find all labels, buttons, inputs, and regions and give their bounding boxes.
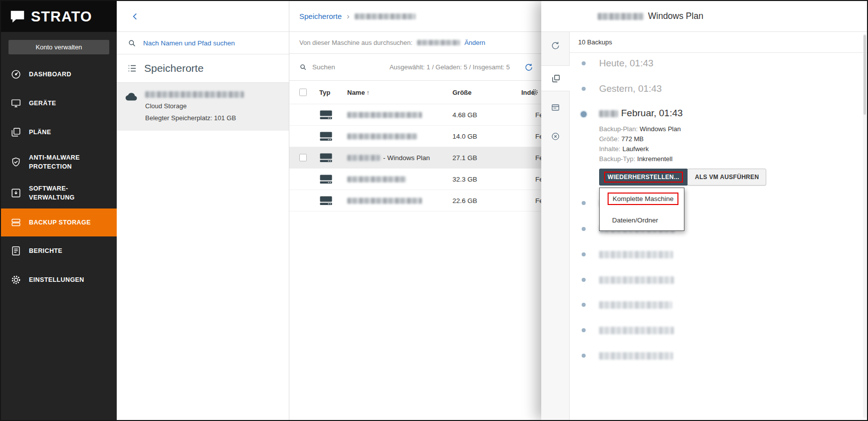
table-row[interactable]: 22.6 GB Fe: [289, 190, 541, 211]
backup-entry-selected[interactable]: Februar, 01:43: [599, 108, 683, 119]
gauge-icon: [10, 69, 21, 80]
select-all-checkbox[interactable]: [299, 89, 307, 96]
detail-panel-header: Windows Plan: [541, 1, 867, 32]
drive-icon: [319, 174, 333, 185]
tab-close[interactable]: [541, 123, 570, 149]
redacted-breadcrumb-current: [355, 13, 416, 19]
menu-item-files-folders[interactable]: Dateien/Ordner: [600, 210, 684, 231]
location-item-text: Cloud Storage Belegter Speicherplatz: 10…: [145, 90, 244, 122]
sidebar-item-berichte[interactable]: BERICHTE: [1, 236, 117, 265]
timeline-dot-selected: [581, 111, 587, 117]
backup-entry-redacted[interactable]: [599, 301, 672, 309]
refresh-icon: [551, 41, 560, 50]
selection-summary: Ausgewählt: 1 / Geladen: 5 / Insgesamt: …: [390, 63, 510, 71]
backups-icon: [551, 74, 561, 83]
divider: [570, 52, 867, 53]
drive-icon: [319, 110, 333, 120]
sidebar-item-label: EINSTELLUNGEN: [29, 275, 105, 284]
sidebar-item-label: BACKUP STORAGE: [29, 218, 105, 227]
search-icon: [128, 39, 136, 47]
backup-entry-yesterday[interactable]: Gestern, 01:43: [599, 83, 662, 94]
archive-browser-panel: Speicherorte › Von dieser Maschine aus d…: [289, 1, 541, 420]
sidebar-item-anti-malware[interactable]: ANTI-MALWARE PROTECTION: [1, 147, 117, 178]
location-search-field[interactable]: Nach Namen und Pfad suchen: [117, 32, 289, 54]
sidebar-item-software-verwaltung[interactable]: SOFTWARE-VERWALTUNG: [1, 178, 117, 209]
table-row[interactable]: 32.3 GB Fe: [289, 169, 541, 190]
redacted-day: [599, 110, 618, 117]
scrollbar[interactable]: [863, 34, 867, 418]
column-settings-gear-icon[interactable]: [531, 88, 539, 96]
scrollbar-thumb[interactable]: [864, 35, 866, 115]
annotation-highlight: Komplette Maschine: [608, 193, 678, 205]
close-circle-icon: [551, 132, 560, 141]
column-header-size[interactable]: Größe: [452, 89, 471, 96]
change-machine-link[interactable]: Ändern: [464, 39, 485, 46]
archive-name: [347, 197, 422, 205]
menu-item-entire-machine[interactable]: Komplette Maschine: [600, 188, 684, 210]
backup-contents-row: Inhalte:Laufwerk: [599, 145, 649, 153]
archive-size: 32.3 GB: [452, 176, 477, 183]
backup-type-row: Backup-Typ:Inkrementell: [599, 155, 672, 163]
locations-section-header: Speicherorte: [117, 54, 289, 83]
locations-title: Speicherorte: [144, 62, 204, 74]
timeline-dot: [582, 201, 586, 205]
backups-count: 10 Backups: [578, 38, 612, 46]
recover-button[interactable]: WIEDERHERSTELLEN...: [599, 169, 688, 186]
timeline-dot: [582, 278, 586, 282]
sidebar-item-dashboard[interactable]: DASHBOARD: [1, 60, 117, 89]
chevron-right-icon: ›: [347, 11, 350, 21]
locations-panel-header: [117, 1, 289, 32]
tab-refresh[interactable]: [541, 32, 570, 58]
storage-drive-icon: [10, 217, 21, 228]
timeline-dot: [582, 303, 586, 307]
breadcrumb-root-link[interactable]: Speicherorte: [299, 12, 342, 20]
table-row[interactable]: 4.68 GB Fe: [289, 104, 541, 126]
timeline-dot: [582, 252, 586, 256]
drive-icon: [319, 131, 333, 142]
column-header-name[interactable]: Name↑: [347, 89, 369, 96]
archive-size: 14.0 GB: [452, 133, 477, 140]
backup-entry-redacted[interactable]: [599, 276, 674, 284]
location-item-cloud-storage[interactable]: Cloud Storage Belegter Speicherplatz: 10…: [117, 83, 289, 131]
back-button[interactable]: [131, 12, 140, 21]
tab-details[interactable]: [541, 94, 570, 120]
strato-logo-icon: [9, 8, 26, 25]
software-box-icon: [10, 188, 21, 199]
report-document-icon: [10, 245, 21, 256]
table-row[interactable]: 14.0 GB Fe: [289, 126, 541, 147]
sidebar-item-backup-storage[interactable]: BACKUP STORAGE: [1, 209, 117, 236]
row-checkbox[interactable]: [299, 154, 307, 162]
sidebar-item-label: SOFTWARE-VERWALTUNG: [29, 184, 105, 202]
sidebar-item-plaene[interactable]: PLÄNE: [1, 118, 117, 147]
run-as-vm-button[interactable]: ALS VM AUSFÜHREN: [687, 169, 766, 186]
sidebar: STRATO Konto verwalten DASHBOARD GERÄTE …: [1, 1, 117, 420]
gear-icon: [10, 274, 21, 285]
sidebar-item-geraete[interactable]: GERÄTE: [1, 89, 117, 118]
backup-entry-redacted[interactable]: [599, 352, 673, 360]
backup-entry-redacted[interactable]: [599, 251, 673, 258]
strato-logo[interactable]: STRATO: [1, 1, 117, 32]
machine-browse-row: Von dieser Maschine aus durchsuchen: Änd…: [289, 32, 541, 54]
timeline-dot: [582, 227, 586, 231]
tab-backups[interactable]: [541, 65, 570, 91]
timeline-dot: [582, 87, 586, 91]
sidebar-item-einstellungen[interactable]: EINSTELLUNGEN: [1, 265, 117, 294]
redacted-archive-machine-name: [598, 13, 644, 20]
table-row-selected[interactable]: - Windows Plan 27.1 GB Fe: [289, 147, 541, 169]
drive-icon: [319, 196, 333, 206]
backup-entry-today[interactable]: Heute, 01:43: [599, 58, 653, 69]
search-icon: [299, 63, 307, 71]
refresh-icon[interactable]: [524, 63, 533, 72]
location-type: Cloud Storage: [145, 102, 244, 110]
timeline-dot: [582, 354, 586, 358]
search-input[interactable]: Suchen: [312, 63, 335, 71]
archive-size: 4.68 GB: [452, 111, 477, 119]
manage-account-button[interactable]: Konto verwalten: [8, 40, 109, 54]
backup-entry-redacted[interactable]: [599, 327, 674, 334]
cloud-icon: [125, 90, 139, 122]
archive-name: [347, 176, 406, 183]
recover-menu: Komplette Maschine Dateien/Ordner: [599, 188, 684, 231]
shield-check-icon: [10, 157, 21, 168]
column-header-typ[interactable]: Typ: [319, 89, 330, 96]
table-header: Typ Name↑ Größe Inde: [289, 81, 541, 104]
